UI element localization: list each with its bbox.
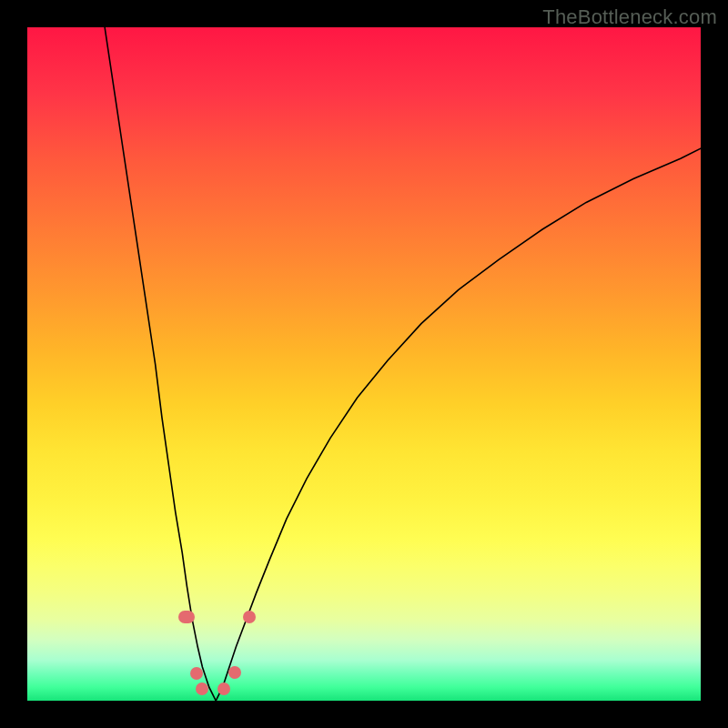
data-marker [178, 611, 195, 623]
data-marker [243, 611, 256, 623]
curve-svg [27, 27, 701, 701]
data-marker [217, 682, 230, 695]
data-marker [196, 682, 208, 695]
data-marker [190, 667, 203, 680]
watermark-text: TheBottleneck.com [542, 5, 717, 29]
data-marker [228, 666, 241, 679]
curve-left-branch [105, 27, 216, 701]
curve-right-branch [216, 148, 701, 701]
chart-plot-area [27, 27, 701, 701]
